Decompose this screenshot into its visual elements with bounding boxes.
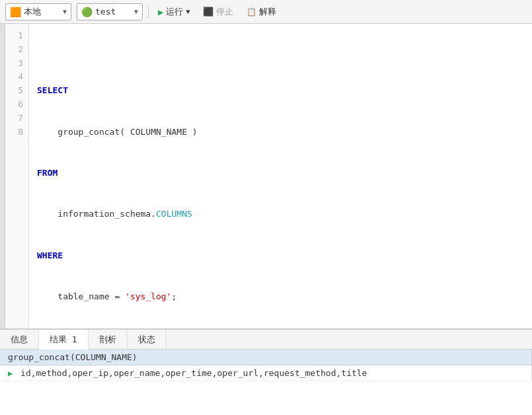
result-table: group_concat(COLUMN_NAME) ▶ id,method,op… [0, 350, 532, 415]
tab-info[interactable]: 信息 [0, 330, 39, 349]
line-num: 4 [5, 70, 28, 84]
where-clause: table_name = [37, 291, 125, 301]
db-select[interactable]: 🟢 test ▼ [77, 3, 143, 20]
run-button[interactable]: ▶ 运行 ▼ [154, 3, 194, 20]
table-row: ▶ id,method,oper_ip,oper_name,oper_time,… [0, 365, 532, 381]
line-num: 2 [5, 43, 28, 57]
db-icon: 🟢 [81, 7, 93, 17]
kw-where: WHERE [37, 250, 63, 260]
editor-area: 1 2 3 4 5 6 7 8 SELECT group_concat( COL… [0, 24, 532, 329]
column-name: COLUMN_NAME [130, 127, 187, 137]
func-close: ) [187, 127, 198, 137]
code-line-7: table_name = 'sys_log'; [37, 290, 524, 304]
line-num: 8 [5, 126, 28, 139]
string-value: 'sys_log' [125, 291, 171, 301]
toolbar: 🟧 本地 ▼ 🟢 test ▼ ▶ 运行 ▼ ⬛ 停止 📋 解释 [0, 0, 532, 24]
local-dropdown-arrow: ▼ [63, 8, 67, 15]
stop-icon: ⬛ [203, 7, 213, 17]
semicolon: ; [172, 291, 177, 301]
code-line-6: WHERE [37, 249, 524, 263]
explain-label: 解释 [259, 6, 276, 18]
kw-from: FROM [37, 168, 57, 178]
local-label: 本地 [24, 6, 41, 18]
db-label: test [95, 7, 116, 17]
code-line-5: information_schema.COLUMNS [37, 208, 524, 221]
code-line-4: FROM [37, 167, 524, 180]
line-num: 5 [5, 84, 28, 98]
tab-profile[interactable]: 剖析 [89, 330, 128, 349]
line-num: 1 [5, 29, 28, 43]
run-label: 运行 [166, 6, 183, 18]
run-icon: ▶ [158, 7, 163, 17]
code-editor[interactable]: SELECT group_concat( COLUMN_NAME ) FROM … [29, 24, 532, 328]
stop-label: 停止 [216, 6, 233, 18]
explain-icon: 📋 [247, 7, 256, 17]
tab-status[interactable]: 状态 [128, 330, 167, 349]
row-indicator: ▶ [8, 369, 15, 378]
result-area: 信息 结果 1 剖析 状态 group_concat(COLUMN_NAME) [0, 329, 532, 415]
local-select[interactable]: 🟧 本地 ▼ [5, 3, 71, 20]
code-line-2: SELECT [37, 84, 524, 98]
table-name-columns: COLUMNS [156, 209, 192, 219]
table-header-row: group_concat(COLUMN_NAME) [0, 350, 532, 365]
func-call: group_concat( [37, 127, 130, 137]
table-cell-value: ▶ id,method,oper_ip,oper_name,oper_time,… [0, 365, 532, 381]
kw-select: SELECT [37, 85, 68, 95]
db-dropdown-arrow: ▼ [134, 8, 138, 15]
schema-name: information_schema. [37, 209, 156, 219]
toolbar-sep-1 [148, 5, 149, 19]
col-header-group-concat: group_concat(COLUMN_NAME) [0, 350, 532, 365]
data-table: group_concat(COLUMN_NAME) ▶ id,method,op… [0, 350, 532, 381]
left-bar [0, 24, 5, 328]
editor-wrapper: 1 2 3 4 5 6 7 8 SELECT group_concat( COL… [5, 24, 532, 328]
local-icon: 🟧 [10, 7, 21, 17]
tab-result1[interactable]: 结果 1 [39, 330, 89, 350]
line-num: 6 [5, 98, 28, 112]
line-num: 3 [5, 57, 28, 71]
run-dropdown-arrow: ▼ [186, 8, 190, 15]
line-num: 7 [5, 112, 28, 126]
line-numbers: 1 2 3 4 5 6 7 8 [5, 24, 29, 328]
explain-button[interactable]: 📋 解释 [243, 3, 280, 20]
result-tabs: 信息 结果 1 剖析 状态 [0, 330, 532, 350]
stop-button[interactable]: ⬛ 停止 [199, 3, 237, 20]
code-line-3: group_concat( COLUMN_NAME ) [37, 126, 524, 139]
